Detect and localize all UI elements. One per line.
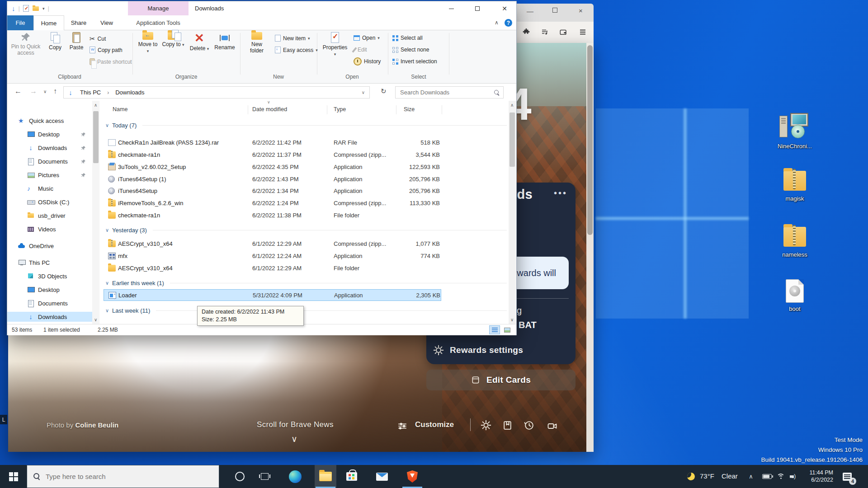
wifi-icon[interactable] [774, 465, 788, 488]
tab-share[interactable]: Share [64, 15, 93, 30]
nav-scrollbar-thumb[interactable] [93, 111, 99, 163]
cortana-button[interactable] [229, 465, 250, 488]
sidebar-item-onedrive[interactable]: OneDrive [18, 241, 54, 251]
scroll-down-icon[interactable]: ∨ [94, 317, 97, 322]
start-button[interactable] [4, 465, 24, 488]
photo-credit[interactable]: Photo by Coline Beulin [47, 421, 118, 429]
file-row[interactable]: AESCrypt_v310_x646/1/2022 12:29 AM Compr… [104, 238, 441, 250]
task-view-button[interactable] [254, 465, 275, 488]
select-all-button[interactable]: Select all [392, 35, 423, 41]
easy-access-button[interactable]: ↓ Easy access▾ [275, 47, 318, 53]
file-row[interactable]: iRemoveTools_6.2.6_win6/2/2022 1:24 PM C… [104, 197, 441, 209]
history-button[interactable]: History [354, 57, 381, 66]
file-row-selected[interactable]: Loader5/31/2022 4:09 PM Application2,305… [104, 289, 441, 301]
desktop-icon-magisk[interactable]: magisk [778, 171, 811, 202]
sidebar-item-osdisk[interactable]: OSDisk (C:) [27, 197, 69, 207]
history-clock-icon[interactable] [524, 420, 535, 433]
breadcrumb-downloads[interactable]: Downloads [115, 89, 144, 96]
open-button[interactable]: Open▾ [354, 35, 380, 41]
cut-button[interactable]: ✂ Cut [90, 35, 106, 43]
playlist-icon[interactable] [541, 28, 549, 38]
weather-condition[interactable]: Clear [722, 472, 738, 480]
tab-file[interactable]: File [7, 15, 33, 30]
file-row[interactable]: ♪ iTunes64Setup6/2/2022 1:34 PM Applicat… [104, 185, 441, 197]
chevron-down-icon[interactable]: ∨ [105, 122, 109, 128]
sidebar-item-videos[interactable]: Videos [27, 224, 56, 234]
chevron-down-icon[interactable]: ∨ [105, 227, 109, 233]
edit-button[interactable]: Edit [354, 47, 367, 53]
address-dropdown-icon[interactable]: ∨ [362, 90, 365, 95]
downloads-arrow-icon[interactable]: ↓ [12, 5, 15, 12]
bookmarks-icon[interactable] [502, 420, 513, 433]
weather-moon-icon[interactable] [684, 465, 698, 488]
file-row[interactable]: AESCrypt_v310_x646/1/2022 12:29 AM File … [104, 263, 441, 274]
breadcrumb-this-pc[interactable]: This PC [80, 89, 101, 96]
weather-temp[interactable]: 73°F [700, 472, 714, 480]
list-scrollbar[interactable]: ∧ ∨ [509, 101, 516, 324]
column-header-size[interactable]: Size [404, 106, 415, 113]
file-row[interactable]: ♪ iTunes64Setup (1)6/2/2022 1:43 PM Appl… [104, 174, 441, 185]
taskbar-store[interactable] [341, 465, 363, 488]
taskbar-brave[interactable] [401, 465, 423, 488]
sidebar-item-desktop2[interactable]: Desktop [27, 285, 60, 295]
search-field[interactable] [395, 86, 504, 99]
clock[interactable]: 11:44 PM 6/2/2022 [802, 469, 833, 483]
chevron-down-icon[interactable]: ∨ [291, 434, 297, 444]
tray-chevron-icon[interactable]: ∧ [744, 465, 758, 488]
refresh-icon[interactable]: ↻ [381, 87, 387, 95]
new-item-button[interactable]: New item▾ [275, 35, 310, 42]
scroll-up-icon[interactable]: ∧ [510, 103, 514, 108]
taskbar-search-input[interactable] [45, 472, 194, 481]
settings-gear-icon[interactable] [480, 419, 492, 433]
desktop-icon-boot[interactable]: boot [781, 279, 808, 312]
recent-locations-icon[interactable]: ∨ [43, 89, 47, 94]
list-scrollbar-thumb[interactable] [509, 113, 515, 167]
group-header-last-week[interactable]: ∨ Last week (11) [105, 305, 507, 315]
brave-minimize-button[interactable]: — [527, 7, 533, 15]
desktop-icon-nameless[interactable]: nameless [778, 227, 811, 258]
up-button[interactable]: ↑ [53, 87, 57, 95]
taskbar-search[interactable] [27, 465, 219, 488]
sidebar-item-downloads-current[interactable]: ↓Downloads [7, 312, 92, 322]
sidebar-item-3d-objects[interactable]: 3D Objects [27, 271, 67, 281]
brave-maximize-button[interactable] [552, 8, 557, 13]
edit-cards-button[interactable]: Edit Cards [426, 370, 576, 390]
column-header-name[interactable]: Name [113, 106, 127, 113]
scroll-up-icon[interactable]: ∧ [94, 103, 97, 108]
chevron-down-icon[interactable]: ∨ [105, 280, 109, 286]
manage-contextual-tab[interactable]: Manage [128, 1, 189, 15]
properties-button[interactable]: ✓ Properties ▾ [321, 32, 349, 72]
extensions-icon[interactable] [522, 28, 530, 38]
forward-button[interactable]: → [30, 87, 37, 95]
sidebar-item-downloads[interactable]: ↓Downloads [27, 143, 86, 153]
file-row[interactable]: checkmate-ra1n6/2/2022 11:37 PM Compress… [104, 149, 441, 161]
brave-scrollbar-thumb[interactable] [587, 45, 593, 235]
sidebar-item-usb-driver[interactable]: usb_driver [27, 211, 66, 221]
taskbar-mail[interactable] [371, 465, 393, 488]
file-row[interactable]: 3uTools_v2.60.022_Setup6/2/2022 4:35 PM … [104, 161, 441, 173]
sidebar-item-quick-access[interactable]: ★Quick access [18, 116, 64, 126]
copy-button[interactable]: Copy [45, 32, 65, 72]
menu-icon[interactable] [579, 28, 587, 38]
invert-selection-button[interactable]: Invert selection [392, 58, 437, 65]
customize-button[interactable]: Customize [415, 420, 454, 429]
file-row[interactable]: CheckRa1n JailBreak (PASS 1234).rar6/2/2… [104, 137, 441, 149]
file-row[interactable]: mfx6/1/2022 12:24 AM Application774 KB [104, 250, 441, 262]
nav-scrollbar[interactable]: ∧ ∨ [92, 101, 99, 324]
desktop-icon-ninechronicles[interactable]: NineChroni... [775, 113, 815, 150]
volume-icon[interactable] [787, 465, 800, 488]
rewards-menu-dots[interactable]: ••• [554, 188, 567, 198]
folder-icon[interactable] [32, 5, 39, 12]
details-view-button[interactable] [489, 325, 500, 334]
select-none-button[interactable]: Select none [392, 47, 429, 53]
sidebar-item-desktop[interactable]: Desktop [27, 129, 86, 139]
column-header-type[interactable]: Type [334, 106, 346, 113]
column-header-date[interactable]: Date modified [252, 106, 287, 113]
brave-scrollbar[interactable] [586, 43, 594, 452]
sidebar-item-pictures[interactable]: Pictures [27, 170, 86, 180]
maximize-button[interactable] [473, 4, 482, 13]
help-icon[interactable]: ? [505, 19, 512, 27]
search-input[interactable] [399, 89, 485, 96]
new-folder-button[interactable]: New folder [244, 32, 269, 72]
delete-button[interactable]: ✕ Delete ▾ [188, 32, 211, 72]
